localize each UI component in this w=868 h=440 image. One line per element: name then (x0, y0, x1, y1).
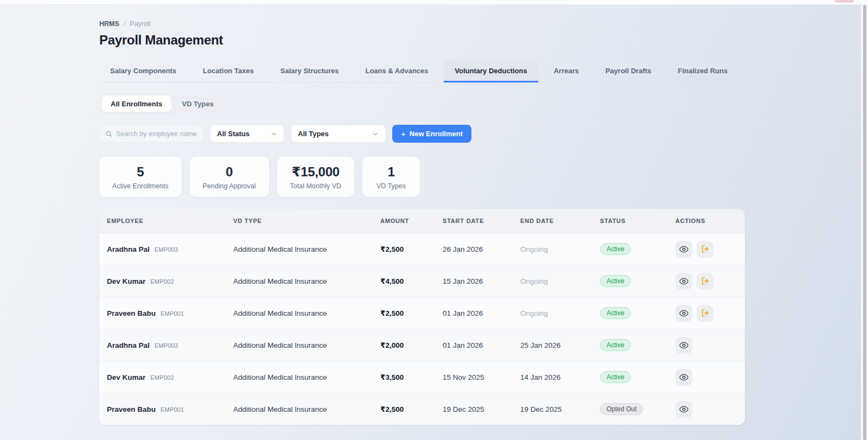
table-row: Aradhna PalEMP003Additional Medical Insu… (99, 233, 745, 265)
employee-id: EMP002 (150, 278, 174, 285)
status-badge: Active (600, 275, 631, 287)
chevron-down-icon (271, 131, 277, 137)
vd-type-cell: Additional Medical Insurance (233, 341, 380, 349)
employee-id: EMP001 (161, 406, 184, 413)
status-badge: Active (600, 307, 631, 319)
actions-cell (675, 337, 737, 354)
view-button[interactable] (675, 401, 692, 418)
new-enrollment-button[interactable]: + New Enrollment (392, 125, 471, 143)
new-enrollment-label: New Enrollment (410, 130, 463, 138)
opt-out-button[interactable] (697, 273, 713, 290)
table-row: Praveen BabuEMP001Additional Medical Ins… (99, 297, 745, 329)
employee-cell: Dev KumarEMP002 (107, 373, 233, 381)
employee-id: EMP002 (150, 374, 174, 381)
tab-voluntary-deductions[interactable]: Voluntary Deductions (444, 59, 538, 82)
breadcrumb: HRMS / Payroll (99, 20, 745, 28)
search-box[interactable] (99, 125, 203, 143)
sub-tabs: All EnrollmentsVD Types (99, 93, 225, 114)
enrollments-table: EmployeeVD TypeAmountStart DateEnd DateS… (99, 209, 745, 425)
tab-arrears[interactable]: Arrears (543, 59, 590, 82)
column-header-end-date: End Date (520, 218, 600, 224)
view-button[interactable] (675, 337, 692, 354)
breadcrumb-separator: / (124, 20, 125, 28)
opt-out-button[interactable] (697, 241, 713, 258)
breadcrumb-hrms[interactable]: HRMS (99, 20, 119, 28)
type-filter-value: All Types (298, 130, 329, 138)
view-button[interactable] (675, 241, 692, 258)
end-date-cell: Ongoing (520, 245, 600, 253)
amount-cell: ₹2,000 (380, 341, 443, 349)
status-badge: Opted Out (600, 403, 643, 415)
tab-finalized-runs[interactable]: Finalized Runs (667, 59, 739, 82)
view-button[interactable] (675, 305, 692, 322)
employee-cell: Aradhna PalEMP003 (107, 245, 233, 253)
start-date-cell: 26 Jan 2026 (443, 245, 520, 253)
status-filter-value: All Status (217, 130, 250, 138)
vd-type-cell: Additional Medical Insurance (233, 405, 380, 413)
employee-cell: Praveen BabuEMP001 (107, 405, 233, 413)
stat-value: ₹15,000 (290, 164, 341, 180)
stat-label: Active Enrollments (112, 182, 169, 190)
view-button[interactable] (675, 273, 692, 290)
table-row: Aradhna PalEMP003Additional Medical Insu… (99, 329, 745, 361)
browser-chrome-strip (0, 0, 868, 5)
search-icon (105, 130, 112, 137)
stat-value: 0 (203, 164, 256, 180)
stat-value: 5 (112, 164, 169, 180)
employee-name: Dev Kumar (107, 373, 145, 381)
end-date-cell: 14 Jan 2026 (520, 373, 600, 381)
opt-out-icon (701, 277, 710, 285)
actions-cell (675, 305, 737, 322)
actions-cell (675, 241, 737, 258)
tab-location-taxes[interactable]: Location Taxes (192, 59, 265, 82)
employee-name: Praveen Babu (107, 405, 156, 413)
scrollbar-thumb[interactable] (863, 5, 866, 440)
start-date-cell: 15 Nov 2025 (443, 373, 520, 381)
stat-cards: 5Active Enrollments0Pending Approval₹15,… (99, 157, 745, 197)
stat-label: VD Types (375, 182, 407, 190)
status-cell: Active (600, 339, 675, 351)
tab-loans-advances[interactable]: Loans & Advances (354, 59, 439, 82)
view-button[interactable] (675, 369, 692, 386)
chrome-pill-decoration (834, 0, 854, 3)
eye-icon (679, 341, 688, 350)
stat-card-vd-types: 1VD Types (362, 157, 420, 197)
status-badge: Active (600, 339, 631, 351)
employee-id: EMP001 (161, 310, 184, 317)
status-cell: Active (600, 307, 675, 319)
stat-value: 1 (375, 164, 407, 180)
main-content: HRMS / Payroll Payroll Management Salary… (99, 5, 745, 425)
employee-name: Praveen Babu (107, 309, 156, 317)
vd-type-cell: Additional Medical Insurance (233, 373, 380, 381)
amount-cell: ₹3,500 (380, 373, 443, 381)
stat-card-total-monthly-vd: ₹15,000Total Monthly VD (277, 157, 354, 197)
stat-label: Total Monthly VD (290, 182, 341, 190)
chevron-down-icon (372, 131, 379, 137)
column-header-employee: Employee (107, 218, 233, 224)
type-filter-select[interactable]: All Types (291, 125, 386, 143)
stat-card-active-enrollments: 5Active Enrollments (99, 157, 182, 197)
actions-cell (675, 273, 737, 290)
status-filter-select[interactable]: All Status (210, 125, 284, 143)
amount-cell: ₹4,500 (380, 277, 443, 285)
eye-icon (679, 405, 688, 414)
scrollbar-track[interactable] (861, 5, 868, 440)
tab-salary-structures[interactable]: Salary Structures (270, 59, 350, 82)
employee-cell: Praveen BabuEMP001 (107, 309, 233, 317)
employee-name: Aradhna Pal (107, 245, 150, 253)
employee-id: EMP003 (155, 246, 178, 253)
column-header-start-date: Start Date (443, 218, 520, 224)
opt-out-button[interactable] (697, 305, 713, 322)
end-date-cell: Ongoing (520, 277, 600, 285)
subtab-vd-types[interactable]: VD Types (173, 95, 222, 112)
employee-cell: Aradhna PalEMP003 (107, 341, 233, 349)
eye-icon (679, 309, 688, 318)
subtab-all-enrollments[interactable]: All Enrollments (101, 95, 171, 112)
search-input[interactable] (116, 130, 197, 138)
main-tabs: Salary ComponentsLocation TaxesSalary St… (99, 59, 745, 82)
page-title: Payroll Management (99, 33, 745, 48)
employee-name: Aradhna Pal (107, 341, 150, 349)
tab-payroll-drafts[interactable]: Payroll Drafts (595, 59, 662, 82)
actions-cell (675, 369, 737, 386)
tab-salary-components[interactable]: Salary Components (99, 59, 187, 82)
